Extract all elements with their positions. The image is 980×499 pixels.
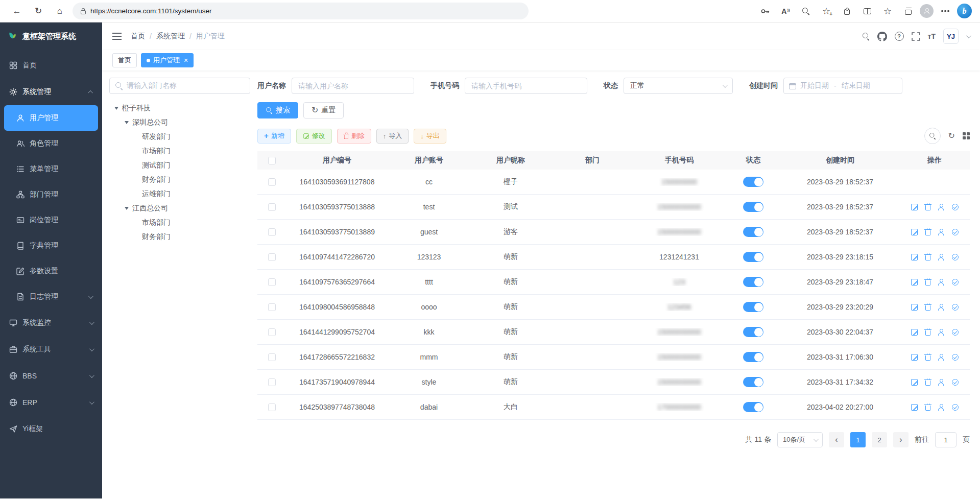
modify-button[interactable]: 修改 bbox=[296, 129, 332, 144]
show-search-toggle-button[interactable] bbox=[924, 128, 941, 144]
assign-role-icon[interactable] bbox=[952, 354, 959, 361]
split-screen-icon[interactable] bbox=[858, 4, 876, 19]
sidebar-item-menu-mgmt[interactable]: 菜单管理 bbox=[4, 156, 98, 182]
row-checkbox[interactable] bbox=[268, 253, 276, 261]
edit-icon[interactable] bbox=[911, 204, 918, 210]
sidebar-group-monitor[interactable]: 系统监控 bbox=[0, 310, 102, 336]
status-toggle[interactable] bbox=[743, 327, 763, 337]
user-avatar[interactable]: YJ bbox=[943, 29, 959, 44]
assign-role-icon[interactable] bbox=[952, 329, 959, 336]
tree-node-dept[interactable]: 测试部门 bbox=[109, 158, 250, 173]
zoom-out-icon[interactable] bbox=[797, 4, 815, 19]
browser-profile-avatar[interactable] bbox=[920, 4, 934, 18]
row-checkbox[interactable] bbox=[268, 353, 276, 361]
row-checkbox[interactable] bbox=[268, 328, 276, 336]
caret-down-icon[interactable] bbox=[125, 121, 129, 124]
sidebar-item-role-mgmt[interactable]: 角色管理 bbox=[4, 131, 98, 156]
row-checkbox[interactable] bbox=[268, 303, 276, 311]
reset-password-icon[interactable] bbox=[938, 229, 944, 235]
tree-node-dept[interactable]: 市场部门 bbox=[109, 144, 250, 158]
row-checkbox[interactable] bbox=[268, 203, 276, 211]
close-icon[interactable]: × bbox=[184, 57, 188, 64]
edit-icon[interactable] bbox=[911, 354, 918, 361]
row-checkbox[interactable] bbox=[268, 378, 276, 386]
bing-copilot-icon[interactable]: b bbox=[957, 4, 972, 18]
edit-icon[interactable] bbox=[911, 329, 918, 336]
browser-home-button[interactable]: ⌂ bbox=[51, 3, 68, 19]
tree-node-dept[interactable]: 财务部门 bbox=[109, 230, 250, 244]
sidebar-group-bbs[interactable]: BBS bbox=[0, 363, 102, 389]
select-all-checkbox[interactable] bbox=[268, 157, 276, 164]
reset-password-icon[interactable] bbox=[938, 279, 944, 285]
sidebar-item-user-mgmt[interactable]: 用户管理 bbox=[4, 105, 98, 131]
collections-icon[interactable] bbox=[899, 4, 917, 19]
edit-icon[interactable] bbox=[911, 254, 918, 260]
sidebar-item-home[interactable]: 首页 bbox=[0, 52, 102, 79]
next-page-button[interactable] bbox=[893, 432, 909, 447]
add-favorite-icon[interactable] bbox=[818, 4, 835, 19]
status-toggle[interactable] bbox=[743, 302, 763, 312]
delete-icon[interactable] bbox=[925, 330, 930, 336]
refresh-table-icon[interactable] bbox=[948, 132, 955, 140]
prev-page-button[interactable] bbox=[829, 432, 844, 447]
caret-down-icon[interactable] bbox=[114, 107, 118, 110]
github-icon[interactable] bbox=[877, 32, 887, 41]
goto-page-input[interactable] bbox=[935, 432, 957, 447]
edit-icon[interactable] bbox=[911, 404, 918, 411]
reset-password-icon[interactable] bbox=[938, 204, 944, 210]
status-toggle[interactable] bbox=[743, 227, 763, 237]
row-checkbox[interactable] bbox=[268, 278, 276, 286]
breadcrumb-home[interactable]: 首页 bbox=[131, 32, 145, 41]
tree-node-dept[interactable]: 财务部门 bbox=[109, 173, 250, 187]
delete-icon[interactable] bbox=[925, 230, 930, 235]
tree-node-dept[interactable]: 研发部门 bbox=[109, 130, 250, 144]
status-toggle[interactable] bbox=[743, 252, 763, 262]
import-button[interactable]: 导入 bbox=[376, 129, 409, 144]
delete-icon[interactable] bbox=[925, 355, 930, 361]
breadcrumb-system-mgmt[interactable]: 系统管理 bbox=[156, 32, 185, 41]
reset-password-icon[interactable] bbox=[938, 329, 944, 335]
back-button[interactable]: ← bbox=[8, 3, 26, 19]
password-key-icon[interactable] bbox=[756, 4, 774, 19]
sidebar-group-system-mgmt[interactable]: 系统管理 bbox=[0, 79, 102, 105]
delete-icon[interactable] bbox=[925, 406, 930, 411]
sidebar-item-post-mgmt[interactable]: 岗位管理 bbox=[4, 207, 98, 233]
page-button-1[interactable]: 1 bbox=[850, 432, 866, 447]
sidebar-item-dict-mgmt[interactable]: 字典管理 bbox=[4, 233, 98, 258]
read-aloud-icon[interactable] bbox=[777, 4, 794, 19]
favorites-icon[interactable] bbox=[879, 4, 896, 19]
tab-user-mgmt[interactable]: 用户管理 × bbox=[141, 53, 194, 67]
sidebar-item-dept-mgmt[interactable]: 部门管理 bbox=[4, 182, 98, 207]
assign-role-icon[interactable] bbox=[952, 229, 959, 235]
status-toggle[interactable] bbox=[743, 352, 763, 362]
delete-icon[interactable] bbox=[925, 205, 930, 210]
reset-button[interactable]: 重置 bbox=[303, 102, 344, 118]
status-toggle[interactable] bbox=[743, 202, 763, 212]
tree-node-branch[interactable]: 深圳总公司 bbox=[109, 115, 250, 130]
address-bar[interactable]: https://ccnetcore.com:1101/system/user bbox=[73, 3, 529, 19]
caret-down-icon[interactable] bbox=[125, 207, 129, 210]
sidebar-group-tools[interactable]: 系统工具 bbox=[0, 336, 102, 363]
tab-home[interactable]: 首页 bbox=[112, 53, 137, 67]
assign-role-icon[interactable] bbox=[952, 304, 959, 311]
row-checkbox[interactable] bbox=[268, 403, 276, 411]
edit-icon[interactable] bbox=[911, 304, 918, 311]
status-toggle[interactable] bbox=[743, 177, 763, 187]
assign-role-icon[interactable] bbox=[952, 379, 959, 386]
browser-refresh-button[interactable]: ↻ bbox=[30, 3, 47, 19]
reset-password-icon[interactable] bbox=[938, 404, 944, 410]
sidebar-item-param-settings[interactable]: 参数设置 bbox=[4, 258, 98, 284]
header-search-icon[interactable] bbox=[863, 33, 870, 40]
assign-role-icon[interactable] bbox=[952, 254, 959, 260]
assign-role-icon[interactable] bbox=[952, 279, 959, 286]
status-toggle[interactable] bbox=[743, 377, 763, 387]
sidebar-item-log-mgmt[interactable]: 日志管理 bbox=[4, 284, 98, 310]
fullscreen-icon[interactable] bbox=[912, 32, 920, 41]
reset-password-icon[interactable] bbox=[938, 304, 944, 310]
delete-button[interactable]: 删除 bbox=[337, 129, 371, 144]
search-button[interactable]: 搜索 bbox=[257, 102, 298, 118]
delete-icon[interactable] bbox=[925, 255, 930, 260]
tree-node-dept[interactable]: 运维部门 bbox=[109, 187, 250, 201]
reset-password-icon[interactable] bbox=[938, 354, 944, 360]
browser-more-menu-icon[interactable] bbox=[937, 4, 954, 19]
